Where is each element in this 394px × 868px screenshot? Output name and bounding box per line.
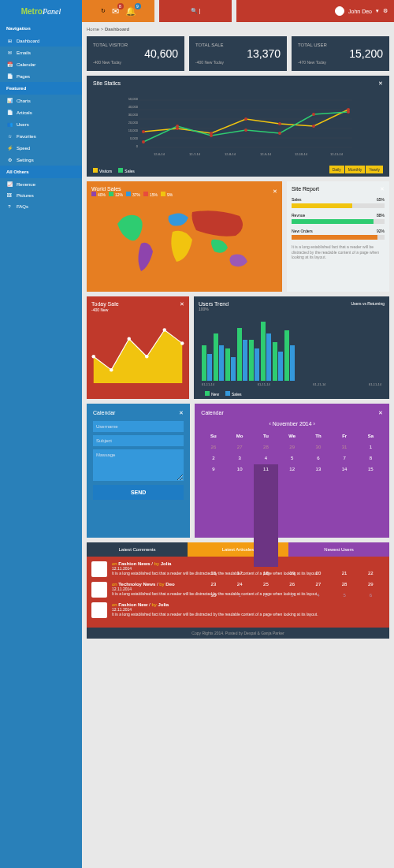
panel-title: Site Statics xyxy=(93,80,121,87)
time-range-button[interactable]: Yearly xyxy=(366,166,383,173)
svg-point-18 xyxy=(312,113,315,116)
nav-icon: 👥 xyxy=(6,121,13,127)
avatar xyxy=(91,561,107,577)
logo[interactable]: MetroPanel xyxy=(0,0,82,22)
calendar-day-header: Fr xyxy=(333,431,357,441)
panel-title: Users Trend xyxy=(199,301,229,307)
top-bar: MetroPanel ↻ ✉8 🔔9 🔍 | John Deo ▾ ⚙ xyxy=(0,0,394,22)
calendar-day[interactable]: 5 xyxy=(280,453,304,463)
nav-icon: 📄 xyxy=(6,110,13,115)
svg-point-17 xyxy=(278,132,281,135)
calendar-day[interactable]: 6 xyxy=(306,453,330,463)
search-bar[interactable]: 🔍 | xyxy=(159,0,232,22)
calendar-day[interactable]: 4 xyxy=(254,453,278,463)
user-menu[interactable]: John Deo ▾ ⚙ xyxy=(236,0,394,22)
nav-icon: ? xyxy=(6,204,13,209)
svg-text:0: 0 xyxy=(136,144,139,148)
nav-icon: ⊞ xyxy=(6,38,13,43)
calendar-day[interactable]: 26 xyxy=(201,442,225,452)
close-icon[interactable]: ✕ xyxy=(179,410,184,416)
next-month-icon[interactable]: › xyxy=(314,421,315,427)
contact-form-panel: Calendar✕ SEND xyxy=(87,404,190,538)
svg-text:12-11-14: 12-11-14 xyxy=(330,152,344,156)
nav-item-articals[interactable]: 📄Articals xyxy=(0,106,82,118)
user-name: John Deo xyxy=(348,9,372,14)
gear-icon[interactable]: ⚙ xyxy=(383,8,388,14)
nav-item-calendar[interactable]: 📅Calendar xyxy=(0,58,82,70)
svg-text:30,000: 30,000 xyxy=(128,113,139,117)
svg-point-11 xyxy=(312,125,315,128)
calendar-day[interactable]: 7 xyxy=(333,453,357,463)
nav-item-emails[interactable]: ✉Emails xyxy=(0,47,82,58)
comment-item: on Technoloy News / by Deo12.11.2014It i… xyxy=(91,582,385,598)
calendar-day[interactable]: 3 xyxy=(228,453,252,463)
users-trend-panel: Users TrendUsers vs Returning 100% 61-11… xyxy=(194,296,389,399)
svg-point-38 xyxy=(180,341,184,345)
calendar-day[interactable]: 30 xyxy=(306,442,330,452)
footer: Copy Rights 2014. Posted by Despal & Gan… xyxy=(87,628,389,639)
panel-title: Calendar xyxy=(93,410,115,416)
calendar-day[interactable]: 8 xyxy=(359,453,383,463)
svg-text:12-10-14: 12-10-14 xyxy=(295,152,308,156)
close-icon[interactable]: ✕ xyxy=(273,188,277,195)
world-map[interactable] xyxy=(91,200,277,287)
close-icon[interactable]: ✕ xyxy=(380,186,385,192)
subject-input[interactable] xyxy=(93,435,184,446)
svg-point-14 xyxy=(176,125,179,128)
tab[interactable]: Latest Comments xyxy=(87,542,188,557)
nav-item-faqs[interactable]: ?FAQs xyxy=(0,201,82,212)
svg-point-19 xyxy=(347,110,350,114)
bell-icon[interactable]: 🔔9 xyxy=(125,6,136,17)
send-button[interactable]: SEND xyxy=(93,485,184,500)
comment-item: on Fashion New / by Jolia12.11.2014It is… xyxy=(91,602,385,618)
nav-item-pictures[interactable]: 🖼Pictures xyxy=(0,190,82,201)
refresh-icon[interactable]: ↻ xyxy=(101,8,106,14)
calendar-day[interactable]: 29 xyxy=(280,442,304,452)
calendar-day[interactable]: 11 xyxy=(254,464,278,567)
username-input[interactable] xyxy=(93,421,184,432)
comment-item: on Fashion News / by Jolia12.11.2014It i… xyxy=(91,561,385,577)
calendar-day-header: Th xyxy=(306,431,330,441)
nav-item-speed[interactable]: ⚡Speed xyxy=(0,142,82,154)
nav-header-featured: Featured xyxy=(0,82,82,95)
calendar-day[interactable]: 1 xyxy=(359,442,383,452)
mail-icon[interactable]: ✉8 xyxy=(112,6,119,17)
calendar-day[interactable]: 27 xyxy=(228,442,252,452)
message-input[interactable] xyxy=(93,449,184,481)
today-sale-panel: Today Sale✕ -400 New xyxy=(87,296,189,399)
prev-month-icon[interactable]: ‹ xyxy=(269,421,270,427)
site-report-panel: Site Report✕ Sales65%Revnue88%New Orders… xyxy=(287,181,389,292)
time-range-button[interactable]: Monthly xyxy=(345,166,366,173)
nav-item-pages[interactable]: 📄Pages xyxy=(0,70,82,82)
panel-title: Today Sale xyxy=(91,301,119,307)
tab[interactable]: Newest Users xyxy=(288,542,389,557)
avatar xyxy=(91,602,107,618)
time-range-button[interactable]: Daily xyxy=(329,166,344,173)
svg-text:10,000: 10,000 xyxy=(128,129,139,132)
svg-text:12-6-14: 12-6-14 xyxy=(154,152,165,156)
stat-card: TOTAL VISITOR40,600-400 New Today xyxy=(87,36,184,71)
calendar-day[interactable]: 31 xyxy=(333,442,357,452)
breadcrumb-home[interactable]: Home xyxy=(87,27,99,32)
nav-icon: 🖼 xyxy=(6,193,13,198)
nav-icon: 📊 xyxy=(6,98,13,103)
calendar-day[interactable]: 28 xyxy=(254,442,278,452)
calendar-day-header: Mo xyxy=(228,431,252,441)
calendar-day[interactable]: 2 xyxy=(201,453,225,463)
report-bar: Sales65% xyxy=(292,197,385,208)
close-icon[interactable]: ✕ xyxy=(378,80,383,87)
svg-point-16 xyxy=(244,129,247,132)
panel-title: Calendar xyxy=(201,410,223,416)
nav-item-users[interactable]: 👥Users xyxy=(0,118,82,130)
nav-icon: 📈 xyxy=(6,181,13,187)
nav-item-revenue[interactable]: 📈Revenue xyxy=(0,178,82,190)
nav-item-favorites[interactable]: ☆Favorites xyxy=(0,130,82,142)
svg-text:20,000: 20,000 xyxy=(128,121,139,125)
nav-item-charts[interactable]: 📊Charts xyxy=(0,95,82,106)
nav-item-settings[interactable]: ⚙Settings xyxy=(0,154,82,166)
nav-item-dashboard[interactable]: ⊞Dashboard xyxy=(0,35,82,47)
close-icon[interactable]: ✕ xyxy=(378,410,383,416)
panel-title: World Sales xyxy=(91,186,121,192)
close-icon[interactable]: ✕ xyxy=(180,301,184,307)
svg-point-36 xyxy=(145,355,149,359)
